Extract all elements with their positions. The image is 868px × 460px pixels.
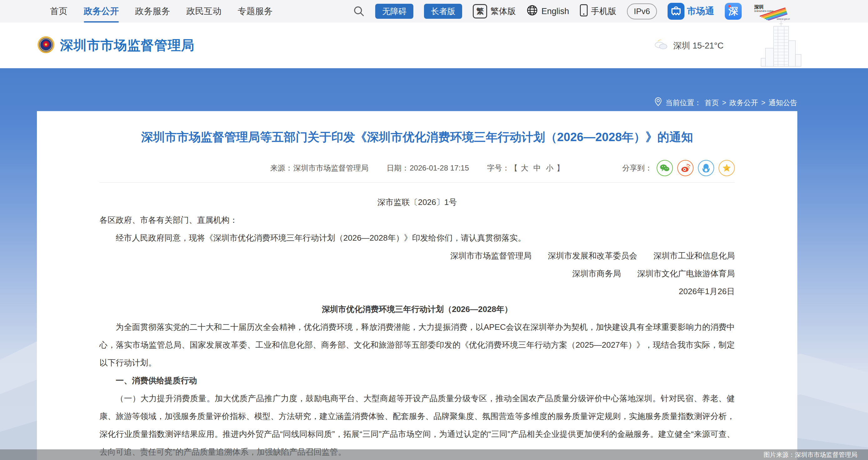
svg-text:★: ★ [44,41,48,47]
traditional-version-link[interactable]: 繁 繁体版 [473,4,516,19]
breadcrumb-prefix: 当前位置： [665,98,701,108]
nav-item[interactable]: 政务公开 [84,0,119,23]
source-value: 深圳市市场监督管理局 [293,163,368,173]
weather-icon [653,38,668,53]
svg-text:www.sz.gov.cn: www.sz.gov.cn [776,18,790,20]
top-right-tools: 无障碍 长者版 繁 繁体版 English 手机版 IPv6 [353,0,790,23]
elder-version-button[interactable]: 长者版 [424,4,462,19]
market-app-icon [668,3,684,20]
building-sketch-illustration [761,21,803,69]
breadcrumb: 当前位置： 首页>政务公开>通知公告 [654,97,797,108]
breadcrumb-item[interactable]: 政务公开 [730,98,758,108]
weibo-share-icon[interactable] [677,160,693,176]
ishenzhen-app-icon[interactable]: 深 [725,3,742,20]
qzone-share-icon[interactable] [718,160,735,176]
fontsize-options: 大中小 [519,163,556,173]
globe-icon [526,4,538,19]
signature-line: 深圳市市场监督管理局 深圳市发展和改革委员会 深圳市工业和信息化局 [99,247,735,265]
nav-item[interactable]: 专题服务 [238,0,273,23]
traditional-label: 繁体版 [490,6,516,17]
signature-date: 2026年1月26日 [99,283,735,300]
site-header: ★ 深圳市市场监督管理局 深圳 15-21°C [0,23,868,68]
document-body: 深市监联〔2026〕1号各区政府、市各有关部门、直属机构：经市人民政府同意，现将… [99,183,735,460]
nav-item[interactable]: 政民互动 [186,0,221,23]
page-banner: 当前位置： 首页>政务公开>通知公告 深圳市市场监督管理局等五部门关于印发《深圳… [0,68,868,460]
shenzhen-gov-logo[interactable]: 深圳 SHENZHEN CHINA www.sz.gov.cn [752,2,790,20]
mobile-label: 手机版 [591,6,616,17]
agency-brand[interactable]: ★ 深圳市市场监督管理局 [37,36,194,55]
source-label: 来源： [270,163,293,173]
search-icon[interactable] [353,6,365,17]
share-label: 分享到： [622,163,652,173]
market-app-label: 市场通 [687,5,714,18]
body-paragraph: 经市人民政府同意，现将《深圳市优化消费环境三年行动计划（2026—2028年）》… [99,229,735,247]
weather-text: 深圳 15-21°C [673,40,723,51]
phone-icon [580,4,588,19]
mobile-version-link[interactable]: 手机版 [580,4,616,19]
breadcrumb-items: 首页>政务公开>通知公告 [705,98,797,108]
font-size-option[interactable]: 大 [521,164,528,172]
ipv6-badge[interactable]: IPv6 [627,3,657,20]
nav-item[interactable]: 首页 [50,0,67,23]
agency-name: 深圳市市场监督管理局 [60,37,194,54]
qq-share-icon[interactable] [698,160,714,176]
english-version-link[interactable]: English [526,4,569,19]
breadcrumb-separator: > [722,98,726,107]
doc-number: 深市监联〔2026〕1号 [99,193,735,211]
agency-emblem-logo: ★ [37,36,55,55]
location-pin-icon [654,97,662,108]
salutation: 各区政府、市各有关部门、直属机构： [99,211,735,229]
traditional-icon: 繁 [473,4,487,19]
svg-text:SHENZHEN CHINA: SHENZHEN CHINA [754,10,774,12]
breadcrumb-item[interactable]: 首页 [705,98,719,108]
english-label: English [541,6,569,16]
breadcrumb-separator: > [762,98,766,107]
wechat-share-icon[interactable] [657,160,673,176]
accessibility-button[interactable]: 无障碍 [375,4,413,19]
font-size-option[interactable]: 中 [533,164,541,172]
article-title: 深圳市市场监督管理局等五部门关于印发《深圳市优化消费环境三年行动计划（2026—… [99,129,735,145]
market-app-link[interactable]: 市场通 [668,3,714,20]
top-utility-bar: 首页政务公开政务服务政民互动专题服务 无障碍 长者版 繁 繁体版 English [0,0,868,23]
ishenzhen-app-glyph: 深 [728,5,738,18]
page: 首页政务公开政务服务政民互动专题服务 无障碍 长者版 繁 繁体版 English [0,0,868,460]
svg-text:深圳: 深圳 [754,4,764,9]
signature-line: 深圳市商务局 深圳市文化广电旅游体育局 [99,265,735,283]
fontsize-bracket: 【 [510,163,518,173]
main-nav: 首页政务公开政务服务政民互动专题服务 [50,0,273,23]
article-card: 深圳市市场监督管理局等五部门关于印发《深圳市优化消费环境三年行动计划（2026—… [37,111,797,460]
body-paragraph: 为全面贯彻落实党的二十大和二十届历次全会精神，优化消费环境，释放消费潜能，大力提… [99,318,735,372]
image-credit-watermark: 图片来源：深圳市市场监督管理局 [0,449,868,460]
breadcrumb-item[interactable]: 通知公告 [769,98,797,108]
meta-fontsize: 字号： 【 大中小 】 [487,163,564,173]
meta-source: 来源： 深圳市市场监督管理局 [270,163,368,173]
share-bar: 分享到： [622,159,735,177]
plan-title: 深圳市优化消费环境三年行动计划（2026—2028年） [99,300,735,318]
meta-date: 日期： 2026-01-28 17:15 [386,163,469,173]
date-label: 日期： [386,163,409,173]
article-meta: 来源： 深圳市市场监督管理局 日期： 2026-01-28 17:15 字号： … [99,159,735,177]
fontsize-label: 字号： [487,163,510,173]
weather-widget: 深圳 15-21°C [653,38,723,53]
section-heading: 一、消费供给提质行动 [99,372,735,390]
date-value: 2026-01-28 17:15 [410,164,469,172]
nav-item[interactable]: 政务服务 [135,0,170,23]
fontsize-bracket: 】 [557,163,564,173]
font-size-option[interactable]: 小 [546,164,553,172]
